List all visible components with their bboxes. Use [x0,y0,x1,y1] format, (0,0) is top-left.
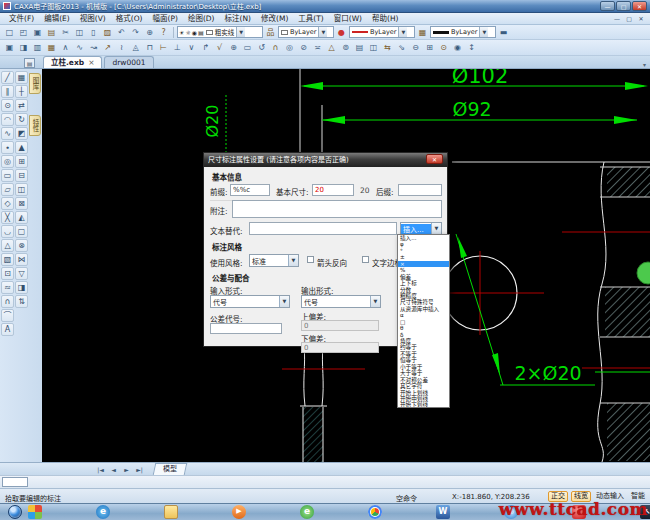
draw-tool-icon-15[interactable]: ≈ [1,281,14,294]
draw-tool-icon-16[interactable]: ∩ [1,295,14,308]
draw-tool-icon-1[interactable]: ∥ [1,85,14,98]
toolbar2-icon-16[interactable]: ⊕ [227,41,240,54]
modify-tool-icon-15[interactable]: ◨ [15,281,28,294]
toolbar2-icon-30[interactable]: ⊞ [423,41,436,54]
toolbar2-icon-13[interactable]: ∨ [185,41,198,54]
insert-symbol-dropdown[interactable]: 插入...φ°±×%偏差上下标分数粗糙度尺寸特殊符号从资源库中插入α□θδ角度约… [397,234,450,408]
color-combo[interactable]: ByLayer ▼ [278,26,334,38]
save-icon[interactable]: ▣ [31,26,44,39]
menu-item-10[interactable]: 帮助(H) [367,13,404,25]
toolbar2-icon-7[interactable]: ↗ [101,41,114,54]
toolbar2-icon-5[interactable]: ∿ [73,41,86,54]
dimension-20[interactable]: Ø20 [203,95,226,152]
cut-icon[interactable]: ✂ [59,26,72,39]
modify-tool-icon-2[interactable]: ⇄ [15,99,28,112]
chevron-down-icon[interactable]: ▼ [398,27,407,37]
toolbar2-icon-9[interactable]: ◬ [129,41,142,54]
folder-icon[interactable] [164,505,178,519]
style-combo[interactable]: 标准▼ [249,254,299,267]
toolbar2-icon-3[interactable]: ▦ [45,41,58,54]
tab-overflow-icon[interactable]: ▾ [643,61,646,68]
draw-tool-icon-3[interactable]: ◠ [1,113,14,126]
menu-item-1[interactable]: 编辑(E) [39,13,75,25]
basic-dim-input[interactable] [312,184,354,196]
arrow-reverse-checkbox[interactable] [307,256,314,263]
draw-tool-icon-11[interactable]: ◡ [1,225,14,238]
mdi-control-0[interactable]: — [612,15,622,22]
maximize-button[interactable]: ▢ [616,1,631,11]
format-brush-icon[interactable]: ▨ [101,26,114,39]
toolbar2-icon-11[interactable]: ⊢ [157,41,170,54]
menu-item-3[interactable]: 格式(O) [111,13,148,25]
linetype-manager-icon[interactable]: ▦ [416,26,429,39]
modify-tool-icon-9[interactable]: ⊠ [15,197,28,210]
menu-item-6[interactable]: 标注(N) [220,13,256,25]
toolbar2-icon-12[interactable]: ⊥ [171,41,184,54]
dimension-102[interactable]: Ø102 [300,69,648,90]
draw-tool-icon-17[interactable]: ⌒ [1,309,14,322]
draw-tool-icon-10[interactable]: ╳ [1,211,14,224]
print-icon[interactable]: ▤ [45,26,58,39]
tolerance-code-input[interactable] [210,323,282,334]
toolbar2-icon-27[interactable]: ⇆ [381,41,394,54]
toolbar2-icon-28[interactable]: ⇘ [395,41,408,54]
draw-tool-icon-6[interactable]: ◎ [1,155,14,168]
draw-tool-icon-13[interactable]: ▧ [1,253,14,266]
menu-item-9[interactable]: 窗口(W) [329,13,367,25]
chevron-down-icon[interactable]: ▼ [370,296,380,307]
sheet-tab-model[interactable]: 模型 [153,463,188,475]
section-view[interactable] [452,162,650,462]
toolbar2-icon-23[interactable]: △ [325,41,338,54]
minimize-button[interactable]: — [600,1,615,11]
input-form-combo[interactable]: 代号▼ [210,295,290,308]
command-input[interactable] [2,477,28,487]
undo-icon[interactable]: ↶ [115,26,128,39]
modify-tool-icon-6[interactable]: ⊞ [15,155,28,168]
toolbar2-icon-29[interactable]: ⊖ [409,41,422,54]
chevron-down-icon[interactable]: ▼ [288,255,298,266]
modify-tool-icon-5[interactable]: ▲ [15,141,28,154]
document-tab-1[interactable]: drw0001 [104,56,153,68]
toolbar2-icon-20[interactable]: ◎ [283,41,296,54]
modify-tool-icon-8[interactable]: ◫ [15,183,28,196]
menu-item-0[interactable]: 文件(F) [4,13,39,25]
text-border-checkbox[interactable] [362,256,369,263]
toolbar2-icon-33[interactable]: ↕ [465,41,478,54]
new-sheet-icon[interactable]: ▤ [24,58,35,68]
modify-tool-icon-16[interactable]: ⇅ [15,295,28,308]
new-icon[interactable]: □ [3,26,16,39]
toolbar2-icon-15[interactable]: √ [213,41,226,54]
lineweight-combo[interactable]: ByLayer ▼ [430,26,496,38]
paste-icon[interactable]: ▯ [87,26,100,39]
menu-item-4[interactable]: 幅面(P) [148,13,183,25]
open-icon[interactable]: ◰ [17,26,30,39]
modify-tool-icon-14[interactable]: ▽ [15,267,28,280]
text-substitute-input[interactable] [249,222,397,235]
windows-logo-icon[interactable] [28,505,42,519]
toolbar2-icon-8[interactable]: ≀ [115,41,128,54]
modify-tool-icon-11[interactable]: ▢ [15,225,28,238]
column-section[interactable] [282,347,365,462]
toolbar2-icon-26[interactable]: ◫ [367,41,380,54]
prefix-input[interactable] [230,184,270,196]
ie-icon[interactable]: e [96,505,110,519]
toolbar2-icon-25[interactable]: ▤ [353,41,366,54]
sheet-nav-2[interactable]: ► [120,466,133,473]
tab-close-icon[interactable]: × [88,58,94,67]
draw-tool-icon-4[interactable]: ∿ [1,127,14,140]
mdi-control-2[interactable]: ✕ [636,15,646,22]
toolbar2-icon-10[interactable]: ⊓ [143,41,156,54]
sheet-nav-0[interactable]: |◄ [94,466,107,473]
dialog-close-button[interactable]: ✕ [426,154,443,164]
chevron-down-icon[interactable]: ▼ [318,27,327,37]
side-tab-library[interactable]: 图库 [29,73,41,94]
redo-icon[interactable]: ↷ [129,26,142,39]
draw-tool-icon-2[interactable]: ⊙ [1,99,14,112]
toolbar2-icon-19[interactable]: ∩ [269,41,282,54]
media-player-icon[interactable]: ▶ [232,505,246,519]
menu-item-5[interactable]: 绘图(D) [183,13,220,25]
color-picker-icon[interactable]: ● [335,26,348,39]
sheet-nav-1[interactable]: ◄ [107,466,120,473]
linetype-combo[interactable]: ByLayer ▼ [349,26,415,38]
draw-tool-icon-8[interactable]: ▱ [1,183,14,196]
